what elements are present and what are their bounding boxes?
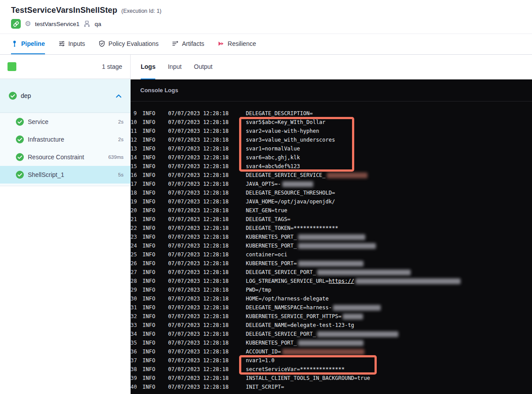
log-tab-label: Input — [168, 63, 181, 70]
log-message: DELEGATE_RESOURCE_THRESHOLD= — [246, 190, 335, 196]
log-message-text: svar4=abc%def%123 — [246, 163, 300, 169]
console: Console Logs 9INFO07/07/2023 12:28:18DEL… — [131, 79, 532, 394]
log-line-number: 26 — [131, 260, 137, 266]
log-level: INFO — [142, 287, 155, 293]
log-line: 25INFO07/07/2023 12:28:18container=oci — [131, 250, 532, 259]
log-message-text: NEXT_GEN=true — [246, 207, 287, 214]
pipeline-icon — [11, 40, 18, 47]
log-message: KUBERNETES_PORT_ — [246, 243, 376, 249]
step-label: Service — [28, 118, 49, 125]
log-line-number: 23 — [131, 234, 137, 240]
log-message-text: svar1=normalValue — [246, 146, 300, 152]
log-timestamp: 07/07/2023 12:28:18 — [168, 199, 229, 205]
log-message-text: HOME=/opt/harness-delegate — [246, 296, 329, 302]
console-header: Console Logs — [131, 79, 532, 101]
log-level: INFO — [142, 110, 155, 116]
console-title: Console Logs — [140, 87, 178, 94]
log-line-number: 28 — [131, 278, 137, 284]
sidebar-empty-area — [0, 186, 131, 394]
log-line: 36INFO07/07/2023 12:28:18ACCOUNT_ID= — [131, 347, 532, 356]
log-line-number: 17 — [131, 181, 137, 187]
tab-artifacts[interactable]: Artifacts — [172, 34, 204, 54]
sidebar-step-resource-constraint[interactable]: Resource Constraint639ms — [0, 148, 131, 166]
log-level: INFO — [142, 322, 155, 328]
log-link[interactable]: https:// — [329, 278, 354, 284]
stage-group-row[interactable]: dep — [0, 79, 131, 113]
log-line: 9INFO07/07/2023 12:28:18DELEGATE_DESCRIP… — [131, 109, 532, 118]
log-message: svar1=normalValue — [246, 146, 300, 152]
log-level: INFO — [142, 225, 155, 231]
log-message-text: svar2=value-with-hyphen — [246, 128, 319, 134]
log-level: INFO — [142, 216, 155, 222]
service-name[interactable]: testVarsService1 — [35, 21, 79, 27]
log-level: INFO — [142, 172, 155, 178]
stage-count-label: 1 stage — [102, 63, 122, 70]
log-level: INFO — [142, 181, 155, 187]
log-message-text: DELEGATE_SERVICE_SERVICE_ — [246, 172, 326, 178]
log-level: INFO — [142, 154, 155, 161]
step-label: Infrastructure — [28, 136, 64, 143]
log-line: 40INFO07/07/2023 12:28:18INIT_SCRIPT= — [131, 383, 532, 391]
log-level: INFO — [142, 375, 155, 381]
log-timestamp: 07/07/2023 12:28:18 — [168, 296, 229, 302]
step-duration: 5s — [118, 172, 124, 177]
log-line-number: 22 — [131, 225, 137, 231]
log-line: 33INFO07/07/2023 12:28:18DELEGATE_NAME=d… — [131, 321, 532, 330]
log-message-text: DELEGATE_TOKEN=************** — [246, 225, 338, 231]
log-message-text: LOG_STREAMING_SERVICE_URL= — [246, 278, 329, 284]
redacted-value — [298, 243, 376, 249]
log-level: INFO — [142, 269, 155, 275]
log-line: 18INFO07/07/2023 12:28:18DELEGATE_RESOUR… — [131, 188, 532, 197]
log-line-number: 31 — [131, 304, 137, 311]
check-circle-icon — [16, 135, 24, 143]
tab-policy-evaluations[interactable]: Policy Evaluations — [98, 34, 159, 54]
log-timestamp: 07/07/2023 12:28:18 — [168, 251, 229, 258]
log-message-text: svar5$abc=Key_WIth_Dollar — [246, 119, 326, 125]
log-line: 19INFO07/07/2023 12:28:18JAVA_HOME=/opt/… — [131, 197, 532, 206]
tab-pipeline[interactable]: Pipeline — [11, 34, 45, 54]
log-level: INFO — [142, 190, 155, 196]
tab-label: Policy Evaluations — [109, 40, 159, 47]
log-message: DELEGATE_NAME=delegate-test-123-tg — [246, 322, 354, 328]
sidebar-step-infrastructure[interactable]: Infrastructure2s — [0, 131, 131, 148]
log-timestamp: 07/07/2023 12:28:18 — [168, 304, 229, 311]
redacted-value — [298, 261, 363, 266]
log-tab-label: Output — [194, 63, 213, 70]
log-message-text: DELEGATE_NAMESPACE=harness- — [246, 304, 332, 311]
sidebar-step-shellscript-1[interactable]: ShellScript_15s — [0, 166, 131, 184]
execution-tab-bar: PipelineInputsPolicy EvaluationsArtifact… — [0, 34, 532, 55]
environment-name[interactable]: qa — [94, 21, 101, 27]
log-message: LOG_STREAMING_SERVICE_URL=https:// — [246, 278, 461, 284]
log-tab-logs[interactable]: Logs — [141, 55, 155, 79]
log-level: INFO — [142, 340, 155, 346]
log-timestamp: 07/07/2023 12:28:18 — [168, 190, 229, 196]
stage-minimap-row: 1 stage — [0, 55, 131, 79]
stage-status-square[interactable] — [7, 62, 16, 71]
tab-resilience[interactable]: Resilience — [217, 34, 256, 54]
log-tab-output[interactable]: Output — [194, 55, 213, 79]
log-message-text: DELEGATE_SERVICE_PORT_ — [246, 331, 316, 337]
log-message-text: DELEGATE_SERVICE_PORT_ — [246, 269, 316, 275]
log-tab-input[interactable]: Input — [168, 55, 181, 79]
log-timestamp: 07/07/2023 12:28:18 — [168, 216, 229, 222]
log-message: INIT_SCRIPT= — [246, 384, 284, 390]
log-line-number: 37 — [131, 357, 137, 364]
log-message: HOME=/opt/harness-delegate — [246, 296, 329, 302]
log-line: 21INFO07/07/2023 12:28:18DELEGATE_TAGS= — [131, 215, 532, 224]
execution-meta-row: ⚙ testVarsService1 qa — [11, 19, 532, 29]
log-message: svar2=value-with-hyphen — [246, 128, 319, 134]
log-message: KUBERNETES_PORT= — [246, 260, 363, 266]
gear-icon: ⚙ — [25, 20, 31, 27]
chevron-up-icon[interactable] — [116, 94, 122, 98]
log-timestamp: 07/07/2023 12:28:18 — [168, 278, 229, 284]
sidebar-step-service[interactable]: Service2s — [0, 113, 131, 131]
execution-id: (Execution Id: 1) — [121, 8, 161, 14]
redacted-value — [298, 234, 365, 240]
log-message-text: nvar1=1.0 — [246, 357, 274, 364]
log-tab-label: Logs — [141, 63, 155, 70]
log-level: INFO — [142, 260, 155, 266]
log-line: 20INFO07/07/2023 12:28:18NEXT_GEN=true — [131, 206, 532, 215]
log-tab-bar: LogsInputOutput — [131, 55, 532, 79]
log-line-number: 10 — [131, 119, 137, 125]
tab-inputs[interactable]: Inputs — [58, 34, 85, 54]
